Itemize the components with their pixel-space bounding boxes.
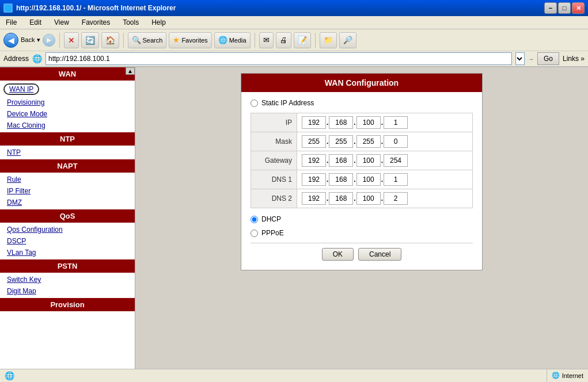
dhcp-row: DHCP (251, 215, 473, 223)
zone-icon: 🌐 (552, 372, 560, 379)
sidebar-link-vlan-tag[interactable]: VLan Tag (0, 247, 135, 258)
forward-button[interactable]: ▶ (43, 34, 55, 47)
table-row-gateway: Gateway . . . (251, 151, 473, 170)
sidebar-link-provisioning[interactable]: Provisioning (0, 97, 135, 108)
toolbar-separator-2 (123, 33, 124, 48)
sidebar-link-qos-config[interactable]: Qos Configuration (0, 224, 135, 235)
mail-button[interactable]: ✉ (259, 32, 274, 48)
static-ip-radio[interactable] (251, 100, 258, 107)
gateway-label: Gateway (251, 151, 297, 170)
main-content: ▲ WAN WAN IP Provisioning Device Mode Ma… (0, 67, 588, 369)
pppoe-radio[interactable] (251, 230, 258, 237)
sidebar-link-ntp[interactable]: NTP (0, 147, 135, 158)
ip-inputs-cell: . . . (297, 113, 473, 132)
menu-tools[interactable]: Tools (119, 17, 142, 28)
back-button[interactable]: ◀ (3, 33, 18, 48)
dns2-part-3[interactable] (356, 192, 381, 205)
menu-help[interactable]: Help (148, 17, 169, 28)
mask-part-1[interactable] (302, 135, 326, 148)
wan-links: WAN IP Provisioning Device Mode Mac Clon… (0, 81, 135, 132)
close-button[interactable]: ✕ (572, 2, 585, 14)
status-zone: 🌐 Internet (547, 369, 583, 381)
static-ip-label[interactable]: Static IP Address (261, 99, 314, 107)
mask-part-2[interactable] (329, 135, 353, 148)
gateway-part-1[interactable] (302, 154, 326, 167)
ntp-links: NTP (0, 146, 135, 159)
edit-button[interactable]: 📝 (294, 32, 311, 48)
wan-config-box: WAN Configuration Static IP Address IP (241, 73, 483, 270)
content-panel: WAN Configuration Static IP Address IP (135, 67, 588, 369)
sidebar-link-ip-filter[interactable]: IP Filter (0, 185, 135, 197)
window-title-bar: 🌐 http://192.168.100.1/ - Microsoft Inte… (0, 0, 588, 16)
toolbar-separator-4 (315, 33, 316, 48)
search-label: Search (143, 37, 163, 44)
links-button[interactable]: Links » (563, 55, 585, 63)
dhcp-radio[interactable] (251, 216, 258, 223)
media-icon: 🌐 (218, 36, 227, 44)
toolbar-separator-1 (59, 33, 60, 48)
table-row-dns2: DNS 2 . . . (251, 189, 473, 208)
sidebar-link-dmz[interactable]: DMZ (0, 197, 135, 208)
toolbar-separator-3 (255, 33, 255, 48)
ip-part-2[interactable] (329, 116, 353, 129)
gateway-part-3[interactable] (356, 154, 381, 167)
go-button[interactable]: Go (537, 52, 559, 65)
table-row-dns1: DNS 1 . . . (251, 170, 473, 189)
favorites-button[interactable]: ★ Favorites (169, 32, 211, 48)
sidebar-link-device-mode[interactable]: Device Mode (0, 108, 135, 120)
folder-button[interactable]: 📁 (320, 32, 337, 48)
menu-view[interactable]: View (51, 17, 73, 28)
scroll-up-button[interactable]: ▲ (126, 67, 135, 75)
cancel-button[interactable]: Cancel (358, 248, 401, 261)
status-icon: 🌐 (5, 371, 14, 380)
dns1-part-1[interactable] (302, 173, 326, 186)
dns1-part-2[interactable] (329, 173, 353, 186)
dns2-part-1[interactable] (302, 192, 326, 205)
ip-part-3[interactable] (356, 116, 381, 129)
pppoe-label[interactable]: PPPoE (261, 229, 284, 237)
ip-label: IP (251, 113, 297, 132)
print-icon: 🖨 (280, 36, 287, 44)
sidebar-link-dscp[interactable]: DSCP (0, 235, 135, 247)
minimize-button[interactable]: − (544, 2, 557, 14)
button-row: OK Cancel (251, 243, 473, 263)
wan-config-title: WAN Configuration (241, 74, 482, 92)
pppoe-row: PPPoE (251, 229, 473, 237)
mask-part-3[interactable] (356, 135, 381, 148)
dns1-part-3[interactable] (356, 173, 381, 186)
address-dropdown[interactable] (515, 52, 525, 65)
ok-button[interactable]: OK (322, 248, 354, 261)
gateway-part-4[interactable] (384, 154, 408, 167)
sidebar-link-wan-ip[interactable]: WAN IP (3, 83, 39, 95)
media-button[interactable]: 🌐 Media (214, 32, 251, 48)
menu-edit[interactable]: Edit (26, 17, 45, 28)
menu-favorites[interactable]: Favorites (78, 17, 113, 28)
refresh-button[interactable]: 🔄 (81, 32, 99, 48)
sidebar-link-switch-key[interactable]: Switch Key (0, 274, 135, 285)
sidebar-link-mac-cloning[interactable]: Mac Cloning (0, 120, 135, 131)
print-button[interactable]: 🖨 (276, 32, 291, 48)
search-button[interactable]: 🔍 Search (128, 32, 167, 48)
dns2-part-4[interactable] (384, 192, 408, 205)
sidebar-section-napt: NAPT (0, 159, 135, 173)
dns2-part-2[interactable] (329, 192, 353, 205)
ip-part-4[interactable] (384, 116, 408, 129)
table-row-mask: Mask . . . (251, 132, 473, 151)
sidebar-link-rule[interactable]: Rule (0, 174, 135, 185)
sidebar-link-digit-map[interactable]: Digit Map (0, 285, 135, 297)
menu-file[interactable]: File (2, 17, 20, 28)
gateway-inputs: . . . (302, 154, 468, 167)
dhcp-label[interactable]: DHCP (261, 215, 281, 223)
home-icon: 🏠 (105, 36, 115, 45)
zoom-button[interactable]: 🔎 (339, 32, 356, 48)
mask-part-4[interactable] (384, 135, 408, 148)
back-label[interactable]: Back ▾ (21, 36, 40, 44)
ip-part-1[interactable] (302, 116, 326, 129)
gateway-part-2[interactable] (329, 154, 353, 167)
stop-button[interactable]: ✕ (64, 32, 79, 48)
dns1-part-4[interactable] (384, 173, 408, 186)
toolbar: ◀ Back ▾ ▶ ✕ 🔄 🏠 🔍 Search ★ Favorites 🌐 … (0, 29, 588, 51)
address-input[interactable] (45, 52, 512, 65)
home-button[interactable]: 🏠 (101, 32, 119, 48)
restore-button[interactable]: □ (558, 2, 571, 14)
